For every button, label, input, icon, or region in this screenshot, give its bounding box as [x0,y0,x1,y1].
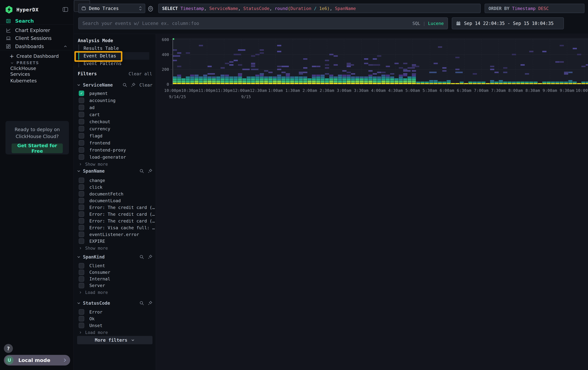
checkbox[interactable] [79,133,84,139]
filter-option-spankind[interactable]: Internal [79,276,153,282]
filter-option-statuscode[interactable]: Ok [79,315,153,322]
filter-option-servicename[interactable]: ✓payment [79,90,153,97]
filter-option-servicename[interactable]: checkout [79,118,153,125]
search-icon[interactable] [139,169,144,173]
sidebar-item-create-dashboard[interactable]: + Create Dashboard [0,53,74,60]
sidebar-item-services[interactable]: Services [0,71,74,78]
chevron-up-icon[interactable] [63,45,67,49]
filter-option-spankind[interactable]: Server [79,282,153,289]
checkbox[interactable] [79,323,84,328]
user-menu[interactable]: U Local mode [4,355,70,366]
duration-heatmap-chart[interactable] [156,34,588,103]
checkbox[interactable] [79,154,84,160]
clear-all-button[interactable]: Clear all [129,71,152,76]
filter-option-statuscode[interactable]: Unset [79,322,153,329]
pin-icon[interactable] [148,301,152,306]
filter-option-spanname[interactable]: documentLoad [79,197,153,204]
pin-icon[interactable] [131,82,136,87]
source-select[interactable]: Demo Traces [78,4,145,13]
sidebar-item-dashboards[interactable]: Dashboards [0,42,74,50]
show-more-spanname[interactable]: Show more [79,245,143,251]
filter-option-servicename[interactable]: accounting [79,97,153,104]
help-button[interactable]: ? [4,344,13,353]
filter-option-statuscode[interactable]: Error [79,309,153,315]
checkbox[interactable] [79,140,84,146]
checkbox[interactable] [79,283,84,288]
filter-group-name[interactable]: SpanKind [83,254,136,260]
sidebar-item-chart-explorer[interactable]: Chart Explorer [0,26,74,34]
checkbox[interactable] [79,147,84,153]
lang-lucene[interactable]: Lucene [428,21,444,26]
filter-option-spankind[interactable]: Client [79,262,153,269]
filter-option-spankind[interactable]: Consumer [79,269,153,276]
checkbox[interactable] [79,316,84,321]
filter-group-header-spankind[interactable]: SpanKind [77,253,152,260]
checkbox[interactable] [79,205,84,210]
pin-icon[interactable] [148,254,152,259]
checkbox[interactable] [79,112,84,117]
checkbox[interactable] [79,105,84,110]
checkbox[interactable] [79,198,84,203]
search-icon[interactable] [139,254,144,259]
search-input[interactable]: Search your events w/ Lucene ex. column:… [78,17,448,29]
filter-option-servicename[interactable]: load-generator [79,153,153,160]
filter-group-header-servicename[interactable]: ServiceNameClear [77,81,152,89]
checkbox[interactable] [79,126,84,131]
filter-option-servicename[interactable]: frontend [79,139,153,146]
filter-option-servicename[interactable]: flagd [79,132,153,139]
filter-option-servicename[interactable]: cart [79,111,153,118]
checkbox[interactable] [79,184,84,190]
filter-option-servicename[interactable]: frontend-proxy [79,146,153,153]
sidebar-collapse-icon[interactable] [63,7,68,12]
checkbox-checked[interactable]: ✓ [79,90,84,96]
chevron-down-icon[interactable] [77,83,81,87]
search-icon[interactable] [139,301,144,306]
date-range-picker[interactable]: Sep 14 22:04:35 - Sep 15 10:04:35 [452,17,564,29]
checkbox[interactable] [79,225,84,230]
checkbox[interactable] [79,270,84,275]
checkbox[interactable] [79,211,84,217]
checkbox[interactable] [79,232,84,237]
show-more-servicename[interactable]: Show more [79,161,143,167]
sidebar-item-client-sessions[interactable]: Client Sessions [0,34,74,42]
filter-group-name[interactable]: SpanName [83,169,136,174]
get-started-button[interactable]: Get Started for Free [11,143,63,153]
filter-clear-button[interactable]: Clear [139,82,152,88]
query-language-toggle[interactable]: SQL | Lucene [412,21,444,26]
checkbox[interactable] [79,238,84,244]
checkbox[interactable] [79,218,84,224]
settings-gear-icon[interactable] [147,5,154,11]
filter-option-spanname[interactable]: Error: The credit card (… [79,218,153,224]
pin-icon[interactable] [148,169,152,173]
analysis-mode-event-deltas[interactable]: Event Deltas [78,52,149,60]
filter-option-spanname[interactable]: eventListener.error [79,231,153,238]
filter-option-spanname[interactable]: click [79,184,153,190]
filter-option-spanname[interactable]: documentFetch [79,190,153,197]
checkbox[interactable] [79,98,84,103]
filter-option-spanname[interactable]: EXPIRE [79,238,153,245]
sidebar-item-kubernetes[interactable]: Kubernetes [0,77,74,84]
chevron-down-icon[interactable] [77,255,81,259]
select-clause-input[interactable]: SELECT Timestamp, ServiceName, StatusCod… [158,4,481,13]
order-by-input[interactable]: ORDER BY Timestamp DESC [485,4,584,13]
filter-group-name[interactable]: ServiceName [83,82,119,88]
checkbox[interactable] [79,309,84,315]
checkbox[interactable] [79,276,84,282]
load-more-spankind[interactable]: Load more [79,290,143,296]
filter-option-servicename[interactable]: currency [79,125,153,132]
analysis-mode-event-patterns[interactable]: Event Patterns [78,60,149,67]
filter-group-name[interactable]: StatusCode [83,300,136,306]
filter-option-spanname[interactable]: Error: Visa cache full: … [79,224,153,231]
checkbox[interactable] [79,178,84,183]
filter-option-spanname[interactable]: Error: The credit card (… [79,211,153,218]
search-icon[interactable] [122,82,127,87]
brand[interactable]: HyperDX [5,5,39,14]
filter-group-header-spanname[interactable]: SpanName [77,168,152,175]
filter-option-spanname[interactable]: Error: The credit card (… [79,204,153,211]
sidebar-item-search[interactable]: Search [0,17,74,25]
load-more-statuscode[interactable]: Load more [79,330,143,336]
checkbox[interactable] [79,263,84,269]
chevron-down-icon[interactable] [77,301,81,305]
chevron-down-icon[interactable] [77,169,81,173]
filter-option-spanname[interactable]: change [79,177,153,184]
